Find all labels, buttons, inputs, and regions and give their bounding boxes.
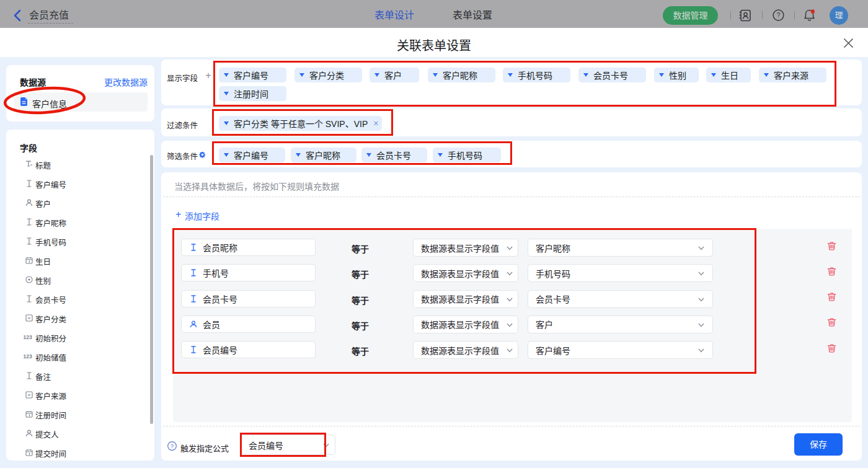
svg-text:?: ?: [776, 11, 780, 19]
svg-text:?: ?: [170, 443, 174, 449]
svg-text:123: 123: [24, 353, 32, 360]
svg-text:123: 123: [24, 334, 32, 340]
